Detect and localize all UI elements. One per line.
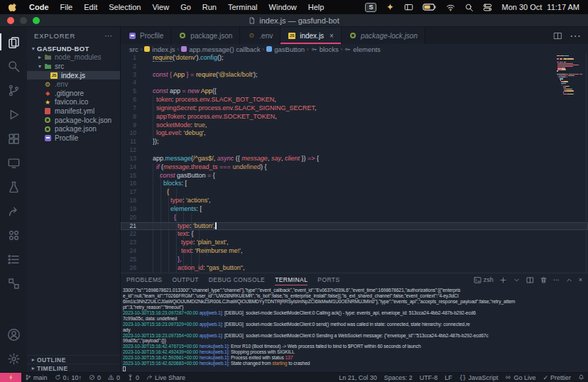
tree-item-node-modules[interactable]: ▸node_modules — [27, 53, 120, 62]
chevron-up-icon[interactable] — [565, 276, 573, 284]
status-eol[interactable]: LF — [441, 373, 456, 382]
activity-settings-icon[interactable] — [0, 346, 27, 371]
code-line-4[interactable]: 4 — [121, 79, 588, 87]
menu-edit[interactable]: Edit — [84, 3, 97, 11]
split-editor-icon[interactable] — [553, 31, 562, 40]
control-center-icon[interactable] — [483, 3, 492, 12]
breadcrumb-index-js[interactable]: index.js — [144, 45, 175, 53]
status-git-branch[interactable]: main — [21, 373, 51, 382]
activity-live-share-icon[interactable] — [0, 199, 27, 223]
status-live-share[interactable]: Live Share — [143, 373, 189, 382]
code-line-7[interactable]: 7 signingSecret: process.env.SLACK_SIGNI… — [121, 104, 588, 113]
menu-run[interactable]: Run — [202, 3, 217, 11]
status-encoding[interactable]: UTF-8 — [416, 373, 442, 382]
code-line-11[interactable]: 11}); — [121, 138, 588, 146]
code-line-8[interactable]: 8 appToken: process.env.SOCKET_TOKEN, — [121, 113, 588, 121]
tab-package-json[interactable]: package.json — [171, 27, 240, 44]
code-line-21[interactable]: 21 type: 'button', — [121, 222, 588, 231]
panel-tab-ports[interactable]: PORTS — [317, 273, 339, 286]
tree-item-manifest-yml[interactable]: manifest.yml — [27, 107, 120, 116]
status-git-sync[interactable]: 0↓ 10↑ — [51, 373, 86, 382]
status-cursor-position[interactable]: Ln 21, Col 30 — [335, 373, 381, 382]
menu-go[interactable]: Go — [180, 3, 191, 11]
menu-app[interactable]: Code — [29, 3, 49, 11]
activity-accounts-icon[interactable] — [0, 322, 27, 346]
panel-tab-output[interactable]: OUTPUT — [172, 273, 198, 286]
breadcrumb-src[interactable]: src — [129, 45, 138, 53]
tree-item-procfile[interactable]: Procfile — [27, 133, 120, 143]
menu-terminal[interactable]: Terminal — [228, 3, 258, 11]
breadcrumb-app-message-callback[interactable]: app.message() callback — [181, 45, 260, 53]
tree-item--env[interactable]: ⚙.env — [27, 80, 120, 89]
code-editor[interactable]: 1require('dotenv').config();23const { Ap… — [121, 54, 588, 273]
activity-search-icon[interactable] — [0, 54, 27, 78]
status-problems-errors[interactable]: 0 — [85, 373, 104, 382]
search-icon[interactable] — [464, 3, 474, 12]
code-line-5[interactable]: 5const app = new App({ — [121, 87, 588, 96]
activity-extensions-icon[interactable] — [0, 126, 27, 151]
menu-file[interactable]: File — [60, 3, 73, 11]
activity-hierarchy-icon[interactable] — [0, 271, 27, 295]
panel-tab-terminal[interactable]: TERMINAL — [275, 273, 307, 286]
tab-package-lock-json[interactable]: package-lock.json — [342, 27, 425, 44]
s-app-icon[interactable]: S — [365, 3, 376, 12]
code-line-3[interactable]: 3const { App } = require('@slack/bolt'); — [121, 71, 588, 80]
activity-source-control-icon[interactable] — [0, 78, 27, 102]
status-problems-warnings[interactable]: 0 — [104, 373, 124, 382]
code-line-20[interactable]: 20 { — [121, 214, 588, 222]
chevron-down-icon[interactable] — [513, 276, 521, 284]
close-tab-icon[interactable]: × — [330, 32, 334, 40]
breadcrumb-gasbutton[interactable]: gasButton — [266, 45, 305, 53]
battery-icon[interactable] — [423, 3, 437, 11]
code-line-23[interactable]: 23 type: 'plain_text', — [121, 239, 588, 247]
explorer-more-icon[interactable]: ⋯ — [104, 31, 113, 40]
trash-icon[interactable] — [540, 276, 548, 284]
tab-procfile[interactable]: Procfile — [121, 27, 171, 44]
code-line-12[interactable]: 12 — [121, 146, 588, 155]
menu-selection[interactable]: Selection — [109, 3, 141, 11]
split-icon[interactable] — [526, 276, 534, 284]
status-ports[interactable]: 0 — [124, 373, 143, 382]
menu-view[interactable]: View — [152, 3, 169, 11]
status-remote-indicator[interactable] — [0, 373, 21, 382]
panel-tab-debug-console[interactable]: DEBUG CONSOLE — [209, 273, 265, 286]
activity-remote-explorer-icon[interactable] — [0, 151, 27, 175]
wifi-icon[interactable] — [446, 3, 455, 12]
code-line-13[interactable]: 13app.message(/^gas$/, async ({ message,… — [121, 155, 588, 163]
code-line-9[interactable]: 9 socketMode: true, — [121, 121, 588, 130]
code-line-15[interactable]: 15 const gasButton = { — [121, 172, 588, 180]
code-line-24[interactable]: 24 text: 'Reimburse me!', — [121, 247, 588, 256]
status-indentation[interactable]: Spaces: 2 — [381, 373, 416, 382]
code-line-6[interactable]: 6 token: process.env.SLACK_BOT_TOKEN, — [121, 96, 588, 104]
lightbulb-icon[interactable] — [143, 223, 148, 229]
code-line-19[interactable]: 19 elements: [ — [121, 205, 588, 214]
plus-icon[interactable] — [499, 276, 507, 284]
display-icon[interactable] — [404, 3, 413, 12]
code-line-25[interactable]: 25 }, — [121, 256, 588, 264]
activity-todo-list-icon[interactable] — [0, 247, 27, 271]
breadcrumb-blocks[interactable]: blocks — [311, 45, 339, 53]
tree-item-index-js[interactable]: JSindex.js — [27, 71, 120, 80]
tree-item-package-lock-json[interactable]: package-lock.json — [27, 116, 120, 125]
code-line-1[interactable]: 1require('dotenv').config(); — [121, 54, 588, 62]
status-prettier[interactable]: ✓Prettier — [539, 373, 575, 382]
menu-window[interactable]: Window — [269, 3, 297, 11]
editor-more-icon[interactable]: ⋯ — [570, 29, 581, 43]
tree-item-src[interactable]: ▾src — [27, 62, 120, 71]
activity-run-debug-icon[interactable] — [0, 102, 27, 126]
code-line-18[interactable]: 18 type: 'actions', — [121, 197, 588, 205]
tree-item--gitignore[interactable]: ◆.gitignore — [27, 89, 120, 98]
activity-testing-icon[interactable] — [0, 175, 27, 199]
activity-files-icon[interactable] — [0, 30, 27, 54]
breadcrumb-elements[interactable]: elements — [344, 45, 381, 53]
apple-icon[interactable] — [9, 3, 18, 12]
terminal-output[interactable]: 3300","ts":"1698678621.013300","channel_… — [121, 286, 588, 372]
tab-index-js[interactable]: JSindex.js× — [281, 27, 342, 44]
sidebar-section-outline[interactable]: ▸OUTLINE — [27, 355, 120, 364]
panel-tab-problems[interactable]: PROBLEMS — [126, 273, 162, 286]
close-icon[interactable]: × — [579, 276, 582, 283]
sparkle-icon[interactable] — [386, 3, 395, 12]
tab--env[interactable]: ⚙.env — [240, 27, 281, 44]
code-line-16[interactable]: 16 blocks: [ — [121, 180, 588, 188]
code-line-10[interactable]: 10 logLevel: 'debug', — [121, 129, 588, 138]
